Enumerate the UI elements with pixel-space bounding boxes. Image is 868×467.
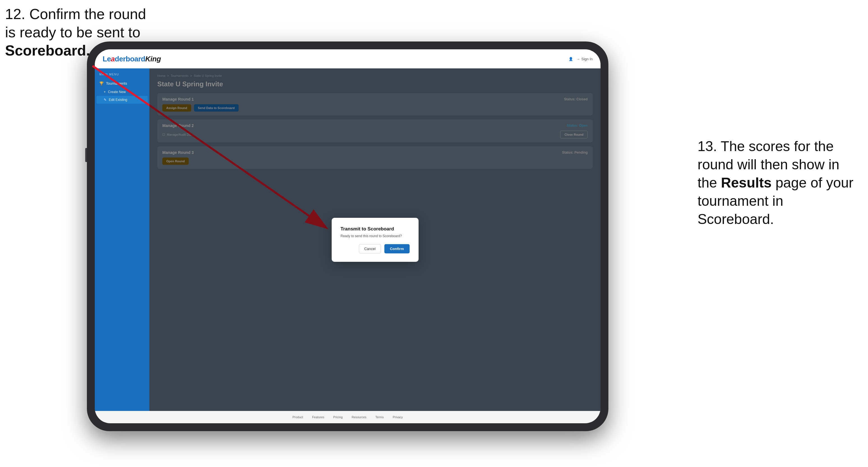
app-body: MAIN MENU 🏆 Tournaments + Create New ✎ E… xyxy=(95,68,600,411)
edit-icon: ✎ xyxy=(104,98,106,102)
footer-link-privacy[interactable]: Privacy xyxy=(393,415,403,419)
modal-dialog: Transmit to Scoreboard Ready to send thi… xyxy=(332,218,418,262)
footer-link-pricing[interactable]: Pricing xyxy=(333,415,343,419)
app-footer: Product Features Pricing Resources Terms… xyxy=(95,411,600,423)
footer-link-resources[interactable]: Resources xyxy=(351,415,366,419)
modal-confirm-button[interactable]: Confirm xyxy=(384,244,410,253)
tablet-screen: LeaderboardKing 👤 → Sign In MAIN MENU 🏆 … xyxy=(95,49,600,423)
sidebar-item-tournaments[interactable]: 🏆 Tournaments xyxy=(95,79,149,88)
sidebar-item-edit-existing[interactable]: ✎ Edit Existing xyxy=(96,96,148,104)
header-right: 👤 → Sign In xyxy=(568,57,593,61)
modal-subtitle: Ready to send this round to Scoreboard? xyxy=(341,234,410,238)
footer-link-features[interactable]: Features xyxy=(312,415,324,419)
annotation-right: 13. The scores for the round will then s… xyxy=(698,137,860,228)
footer-link-terms[interactable]: Terms xyxy=(375,415,384,419)
modal-overlay: Transmit to Scoreboard Ready to send thi… xyxy=(149,68,600,411)
annotation-right-text: 13. The scores for the round will then s… xyxy=(698,138,854,227)
sign-in-arrow: → xyxy=(577,57,580,61)
sidebar-item-create-new[interactable]: + Create New xyxy=(95,88,149,96)
user-avatar-icon: 👤 xyxy=(568,57,573,61)
tablet-frame: LeaderboardKing 👤 → Sign In MAIN MENU 🏆 … xyxy=(87,41,609,431)
modal-buttons: Cancel Confirm xyxy=(341,244,410,253)
modal-title: Transmit to Scoreboard xyxy=(341,226,410,232)
main-content: Home > Tournaments > State U Spring Invi… xyxy=(149,68,600,411)
plus-icon: + xyxy=(104,90,106,94)
footer-link-product[interactable]: Product xyxy=(292,415,303,419)
modal-cancel-button[interactable]: Cancel xyxy=(359,244,381,253)
sidebar: MAIN MENU 🏆 Tournaments + Create New ✎ E… xyxy=(95,68,149,411)
annotation-top: 12. Confirm the round is ready to be sen… xyxy=(5,5,146,60)
sign-in-button[interactable]: → Sign In xyxy=(577,57,593,61)
main-menu-label: MAIN MENU xyxy=(95,73,149,79)
app-header: LeaderboardKing 👤 → Sign In xyxy=(95,49,600,68)
trophy-icon: 🏆 xyxy=(99,81,104,86)
tablet-side-button xyxy=(85,148,87,162)
